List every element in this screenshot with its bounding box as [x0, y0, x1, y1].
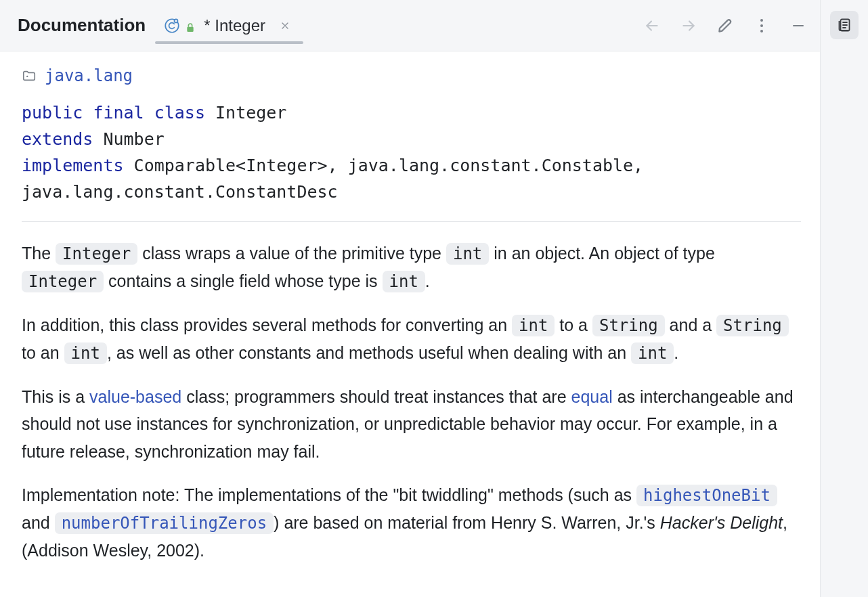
link-value-based[interactable]: value-based	[89, 387, 181, 406]
doc-paragraph: This is a value-based class; programmers…	[22, 383, 801, 466]
code-link-numberoftrailingzeros[interactable]: numberOfTrailingZeros	[55, 512, 274, 534]
divider	[22, 221, 801, 222]
code-int: int	[383, 271, 425, 292]
code-int: int	[446, 243, 489, 265]
right-tool-strip	[821, 0, 868, 597]
code-int: int	[631, 342, 674, 364]
code-string: String	[716, 315, 789, 336]
back-button[interactable]	[643, 16, 661, 35]
more-actions-button[interactable]	[752, 16, 771, 35]
tab-integer[interactable]: * Integer	[159, 9, 295, 42]
code-string: String	[592, 315, 665, 336]
svg-point-3	[26, 76, 28, 77]
tab-label: * Integer	[204, 16, 265, 35]
header-actions	[643, 16, 808, 35]
code-int: int	[512, 315, 555, 336]
documentation-body: The Integer class wraps a value of the p…	[22, 240, 801, 564]
tab-close-icon[interactable]	[279, 20, 291, 32]
package-breadcrumb[interactable]: java.lang	[22, 66, 801, 85]
package-link[interactable]: java.lang	[45, 66, 133, 85]
documentation-header: Documentation * Integer	[0, 0, 820, 51]
edit-button[interactable]	[716, 16, 735, 35]
doc-paragraph: Implementation note: The implementations…	[22, 481, 801, 564]
doc-paragraph: The Integer class wraps a value of the p…	[22, 240, 801, 295]
documentation-tool-button[interactable]	[830, 11, 859, 39]
code-int: int	[64, 342, 107, 364]
link-equal[interactable]: equal	[571, 387, 613, 406]
code-integer: Integer	[56, 243, 137, 265]
svg-rect-2	[188, 26, 194, 31]
minimize-button[interactable]	[789, 16, 808, 35]
class-icon	[163, 17, 181, 35]
documentation-content: java.lang public final class Integer ext…	[0, 51, 820, 597]
lock-icon	[185, 22, 197, 35]
code-integer: Integer	[22, 271, 104, 292]
package-icon	[22, 68, 37, 83]
panel-title: Documentation	[18, 15, 146, 36]
code-link-highestonebit[interactable]: highestOneBit	[636, 485, 777, 506]
doc-paragraph: In addition, this class provides several…	[22, 311, 801, 367]
forward-button[interactable]	[679, 16, 698, 35]
svg-point-1	[175, 19, 178, 22]
class-signature: public final class Integer extends Numbe…	[22, 100, 801, 205]
